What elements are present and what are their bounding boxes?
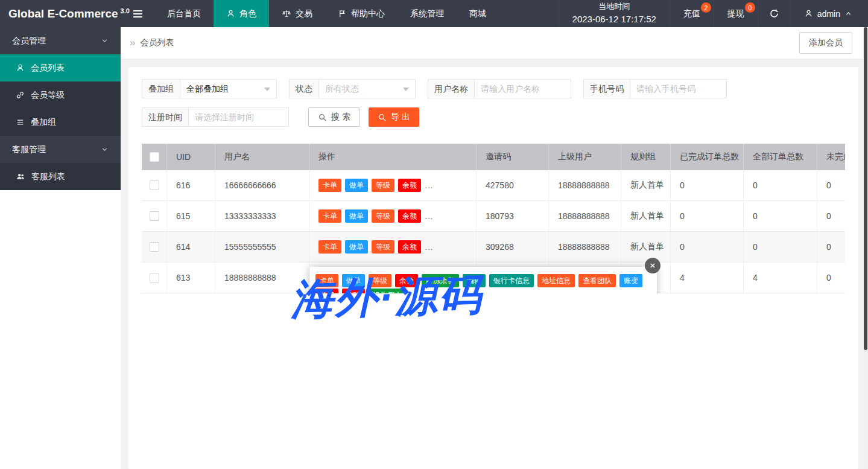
action-do-order-button[interactable]: 做单: [342, 274, 365, 287]
action-balance-button[interactable]: 余额: [398, 240, 421, 254]
action-bank-card-info-button[interactable]: 银行卡信息: [489, 274, 534, 287]
action-level-button[interactable]: 等级: [372, 179, 394, 192]
export-icon: [378, 113, 387, 122]
table-row: 614 15555555555 卡单 做单 等级 余额 … 309268 188…: [142, 232, 845, 263]
nav-item-roles[interactable]: 角色: [214, 0, 269, 27]
action-disable-button[interactable]: 禁用: [315, 289, 338, 293]
link-icon: [16, 91, 25, 100]
status-label: 状态: [289, 79, 319, 98]
search-button[interactable]: 搜 索: [308, 107, 360, 127]
row-checkbox[interactable]: [150, 242, 159, 252]
app-logo: Global E-Commerce 3.0: [0, 0, 121, 27]
action-do-order-button[interactable]: 做单: [345, 179, 368, 192]
filter-phone: 手机号码: [583, 79, 727, 98]
status-value: 所有状态: [325, 84, 359, 94]
action-do-order-button[interactable]: 做单: [345, 209, 368, 223]
action-balance-button[interactable]: 余额: [398, 209, 421, 223]
sidebar-item-member-level[interactable]: 会员等级: [0, 81, 121, 109]
sidebar-item-label: 会员等级: [31, 90, 65, 101]
breadcrumb: 会员列表: [130, 37, 174, 49]
sidebar-group-member-management[interactable]: 会员管理: [0, 27, 121, 54]
local-time-value: 2023-06-12 17:17:52: [572, 13, 656, 26]
refresh-icon[interactable]: [758, 0, 790, 27]
sidebar-group-service-management[interactable]: 客服管理: [0, 136, 121, 163]
action-card-order-button[interactable]: 卡单: [315, 274, 338, 287]
status-select[interactable]: 所有状态: [319, 79, 416, 98]
action-card-order-button[interactable]: 卡单: [318, 209, 341, 223]
nav-item-label: 角色: [239, 8, 256, 19]
more-actions-button[interactable]: …: [425, 211, 434, 221]
actions-popup-row-1: 卡单 做单 等级 余额 解冻余额 编辑 银行卡信息 地址信息 查看团队 账变: [315, 274, 651, 287]
register-time-input[interactable]: [189, 107, 289, 127]
row-checkbox[interactable]: [150, 180, 159, 190]
phone-input[interactable]: [630, 79, 727, 98]
action-view-team-button[interactable]: 查看团队: [578, 274, 616, 287]
cell-parent-user: 18888888888: [549, 201, 621, 231]
app-version: 3.0: [121, 7, 130, 14]
cell-completed: 0: [671, 232, 744, 262]
action-account-change-button[interactable]: 账变: [619, 274, 642, 287]
close-icon[interactable]: [645, 258, 661, 273]
nav-item-system[interactable]: 系统管理: [398, 0, 457, 27]
action-level-button[interactable]: 等级: [372, 209, 394, 223]
nav-item-label: 帮助中心: [351, 8, 385, 19]
cell-total: 0: [744, 170, 817, 200]
withdraw-label: 提现: [727, 8, 744, 19]
cell-invite-code: 309268: [477, 232, 549, 262]
row-checkbox[interactable]: [150, 273, 159, 282]
action-edit-button[interactable]: 编辑: [463, 274, 486, 287]
cell-invite-code: 427580: [477, 170, 549, 200]
action-do-order-button[interactable]: 做单: [345, 240, 368, 254]
chevron-down-icon: [101, 37, 109, 45]
withdraw-button[interactable]: 提现 0: [714, 0, 758, 27]
more-actions-button[interactable]: …: [425, 242, 434, 252]
select-all-checkbox[interactable]: [150, 152, 159, 162]
action-card-order-button[interactable]: 卡单: [318, 240, 341, 254]
action-balance-button[interactable]: 余额: [395, 274, 418, 287]
sidebar-item-member-list[interactable]: 会员列表: [0, 54, 121, 81]
more-actions-button[interactable]: …: [425, 180, 434, 190]
column-header-invite: 邀请码: [477, 144, 549, 170]
cell-actions: 卡单 做单 等级 余额 …: [309, 232, 477, 262]
export-button[interactable]: 导 出: [369, 107, 419, 127]
stack-group-select[interactable]: 全部叠加组: [180, 79, 277, 98]
list-icon: [16, 118, 25, 127]
action-delete-button[interactable]: 删除: [342, 289, 365, 293]
cell-total: 4: [744, 263, 817, 293]
breadcrumb-bar: 会员列表 添加会员: [121, 27, 868, 59]
cell-uid: 616: [167, 170, 215, 200]
cell-uncompleted: 0: [817, 263, 845, 293]
sidebar-item-label: 客服列表: [31, 171, 65, 182]
add-member-button[interactable]: 添加会员: [799, 32, 852, 54]
column-header-rule: 规则组: [621, 144, 671, 170]
scrollbar-thumb[interactable]: [864, 27, 867, 350]
nav-item-dashboard[interactable]: 后台首页: [154, 0, 214, 27]
sidebar: 会员管理 会员列表 会员等级 叠加组 客服管理: [0, 27, 121, 190]
nav-item-help-center[interactable]: 帮助中心: [325, 0, 398, 27]
cell-total: 0: [744, 201, 817, 231]
action-set-fake-user-button[interactable]: 设为假人: [369, 289, 406, 293]
action-level-button[interactable]: 等级: [369, 274, 391, 287]
sidebar-item-stack-group[interactable]: 叠加组: [0, 109, 121, 136]
row-checkbox[interactable]: [150, 211, 159, 221]
nav-item-mall[interactable]: 商城: [457, 0, 499, 27]
action-address-info-button[interactable]: 地址信息: [537, 274, 575, 287]
table-row: 615 13333333333 卡单 做单 等级 余额 … 180793 188…: [142, 201, 845, 232]
actions-popup: 卡单 做单 等级 余额 解冻余额 编辑 银行卡信息 地址信息 查看团队 账变: [309, 267, 657, 293]
username-label: 用户名称: [428, 79, 475, 98]
topbar: Global E-Commerce 3.0 后台首页 角色 交易: [0, 0, 868, 27]
username-input[interactable]: [475, 79, 571, 98]
action-balance-button[interactable]: 余额: [398, 179, 421, 192]
register-time-label: 注册时间: [142, 107, 189, 127]
sidebar-item-service-list[interactable]: 客服列表: [0, 163, 121, 190]
action-card-order-button[interactable]: 卡单: [318, 179, 341, 192]
cell-uid: 615: [167, 201, 215, 231]
sidebar-item-label: 叠加组: [31, 117, 56, 128]
flag-icon: [338, 9, 347, 18]
recharge-button[interactable]: 充值 2: [670, 0, 714, 27]
action-level-button[interactable]: 等级: [372, 240, 394, 254]
nav-item-trade[interactable]: 交易: [269, 0, 325, 27]
nav-item-label: 后台首页: [167, 8, 201, 19]
action-unfreeze-balance-button[interactable]: 解冻余额: [422, 274, 459, 287]
admin-menu[interactable]: admin: [790, 0, 868, 27]
